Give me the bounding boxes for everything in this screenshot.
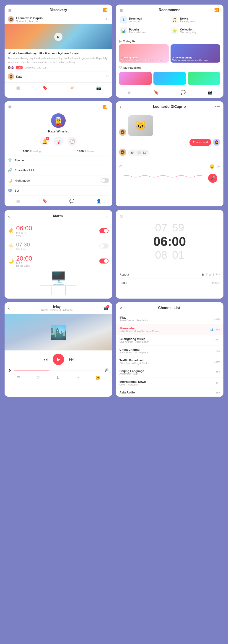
chat-receiver-avatar: 🧕 — [213, 138, 220, 146]
channel-international[interactable]: International News Cheer—Violet Box 401 — [116, 378, 223, 388]
share-icon2[interactable]: ↗ — [76, 376, 79, 380]
rec-collection-sub: The best quality — [180, 31, 196, 34]
mic-button[interactable]: 🎤 — [208, 174, 217, 183]
voice-duration: 12" — [143, 151, 147, 154]
vol-low-icon: 🔈 — [8, 368, 12, 372]
tab-chat3[interactable]: 💬 — [58, 198, 85, 204]
channel-traffic[interactable]: Traffic Broadcast Chirp Space—Forget Sta… — [116, 356, 223, 367]
rec-popular[interactable]: 📊 Popular Everybody loves — [119, 25, 170, 36]
menu-nightmode[interactable]: 🌙 Night mode — [8, 176, 109, 186]
iplay-header: ‹ iPlay Sweet Dreams—Eurythmics 📺 + — [5, 302, 112, 314]
rec-newly[interactable]: 🎵 Newly Recently heard — [170, 14, 221, 25]
today-icon: ▶ — [119, 39, 122, 43]
tab-monitor2[interactable]: ▣ — [116, 89, 143, 96]
menu-set[interactable]: ⚙️ Set — [8, 186, 109, 196]
liked-text: Liked this — [25, 66, 35, 69]
heart-icon2[interactable]: ♡ — [36, 376, 40, 380]
channel-iplay[interactable]: iPlay Sweet Dreams—Eurythmics 1295 — [116, 314, 223, 324]
list-icon[interactable]: ☰ — [17, 376, 20, 380]
close-button[interactable]: ✕ — [120, 214, 123, 219]
repeat-row: Repeat M T W T F › — [120, 270, 220, 279]
clock-settings: Repeat M T W T F › Radio iPlay > — [116, 267, 223, 287]
today-list: Cooking time Release your vitality in th… — [116, 44, 223, 64]
alarm-add-button[interactable]: + — [105, 213, 108, 219]
stats-icon[interactable]: 📶 — [103, 8, 108, 12]
alarm-item-3: 🌙 20:00 M F S Beijing Music — [5, 252, 112, 270]
voice-message[interactable]: 🔊 12" — [128, 150, 149, 156]
vol-high-icon: 🔊 — [105, 368, 108, 372]
alarm-back-button[interactable]: ‹ — [8, 214, 10, 219]
back-button[interactable]: ‹ — [120, 104, 121, 109]
desk-illustration: 🖥️ — [5, 270, 112, 298]
tab-planet[interactable]: 🪐 — [58, 84, 85, 91]
tab-camera2[interactable]: 📷 — [196, 89, 223, 96]
share-label: Share this APP — [15, 168, 34, 172]
clock-display: 07 59 06:00 08 01 — [120, 219, 220, 264]
tab-camera[interactable]: 📷 — [85, 84, 112, 91]
channel-iremember[interactable]: iRemember Cabin Down Below—The Royal Con… — [116, 324, 223, 335]
alarm-days-1: M T W T F — [16, 232, 32, 234]
today-card-2[interactable]: A ray of morning Wake up every morning b… — [171, 44, 220, 62]
tab-bookmark2[interactable]: 🔖 — [143, 89, 170, 96]
prev-button[interactable]: ⏮ — [43, 356, 48, 362]
channel-china[interactable]: China Channel Black Sheep—Gin Wigmore 85… — [116, 346, 223, 356]
add-icon[interactable]: ⊕ — [119, 164, 123, 169]
send-icon[interactable]: ➤ — [217, 164, 220, 169]
tab-chat2[interactable]: 💬 — [170, 89, 196, 96]
post-image[interactable]: ▶ — [5, 24, 112, 50]
stats-btn[interactable]: 📊 — [54, 137, 63, 146]
rec-download[interactable]: ⬇ Download without net — [119, 14, 170, 25]
post-time: 5m — [105, 18, 109, 21]
fav-img-3[interactable] — [188, 72, 220, 85]
history-btn[interactable]: 🕐 — [67, 137, 77, 146]
channel-guangdong[interactable]: Guangdong Music Love Yourself—Justin Bie… — [116, 335, 223, 346]
alarm-toggle-1[interactable] — [99, 228, 108, 233]
play-button[interactable]: ▶ — [54, 33, 62, 41]
channel-beijing[interactable]: Beijing Language Amsterdam—Kluw 782 — [116, 367, 223, 378]
alarm-toggle-2[interactable] — [99, 244, 108, 248]
nightmode-toggle[interactable] — [101, 178, 109, 183]
moon-icon2: 🌙 — [8, 258, 14, 264]
tab-bookmark3[interactable]: 🔖 — [32, 198, 58, 204]
tab-monitor[interactable]: ▣ — [5, 84, 32, 91]
tab-avatar3[interactable]: 👤 — [85, 198, 112, 204]
radio-value[interactable]: iPlay > — [211, 281, 220, 284]
profile-header: ▣ 📶 — [5, 101, 112, 111]
fav-img-1[interactable] — [119, 72, 152, 85]
iplay-back-button[interactable]: ‹ — [8, 306, 10, 311]
emoji-icon[interactable]: 🙂 — [209, 164, 214, 169]
iplay-add-button[interactable]: 📺 + — [104, 306, 108, 310]
repeat-days[interactable]: M T W T F › — [202, 273, 220, 276]
day-chevron: › — [219, 273, 220, 276]
iplay-title-area: iPlay Sweet Dreams—Eurythmics — [41, 305, 73, 311]
alarm-toggle-3[interactable] — [99, 258, 108, 264]
channel-close-button[interactable]: ✕ — [120, 306, 123, 310]
iplay-controls: ⏮ ▶ ⏭ — [5, 350, 112, 368]
sun-icon1: ☀️ — [8, 228, 14, 234]
next-button[interactable]: ⏭ — [69, 356, 74, 362]
fav-img-2[interactable] — [153, 72, 186, 85]
play-button2[interactable]: ▶ — [53, 354, 64, 365]
menu-list: 👕 Theme 🔗 Share this APP 🌙 Night mode — [5, 156, 112, 196]
smiley-icon[interactable]: 😊 — [95, 376, 100, 380]
tab-bookmark[interactable]: 🔖 — [32, 84, 58, 91]
day-T2: T — [213, 273, 214, 276]
download-icon2[interactable]: ⬇ — [56, 376, 60, 380]
volume-bar[interactable] — [14, 370, 103, 370]
monitor-icon2: ▣ — [120, 8, 125, 12]
channel-asia[interactable]: Asia Radio 689 — [116, 388, 223, 397]
tab-bar: ▣ 🔖 🪐 📷 — [5, 82, 112, 93]
tab-monitor3[interactable]: ▣ — [5, 198, 32, 204]
rec-collection[interactable]: ⭐ Collection The best quality — [170, 25, 221, 36]
menu-theme[interactable]: 👕 Theme — [8, 156, 109, 166]
notifications-btn[interactable]: 🔔 8 — [40, 137, 49, 146]
more-button[interactable]: ••• — [215, 104, 220, 109]
recommend-grid: ⬇ Download without net 🎵 Newly Recently … — [116, 14, 223, 38]
voice-bar — [136, 151, 141, 154]
like-count[interactable]: 160 — [16, 66, 23, 70]
today-card-1[interactable]: Cooking time Release your vitality in th… — [119, 44, 169, 62]
heart-icon: ♡ — [119, 66, 122, 70]
chat-input[interactable] — [125, 165, 207, 168]
menu-share[interactable]: 🔗 Share this APP — [8, 166, 109, 176]
alarm-item-1: ☀️ 06:00 M T W T F iPlay — [5, 222, 112, 239]
